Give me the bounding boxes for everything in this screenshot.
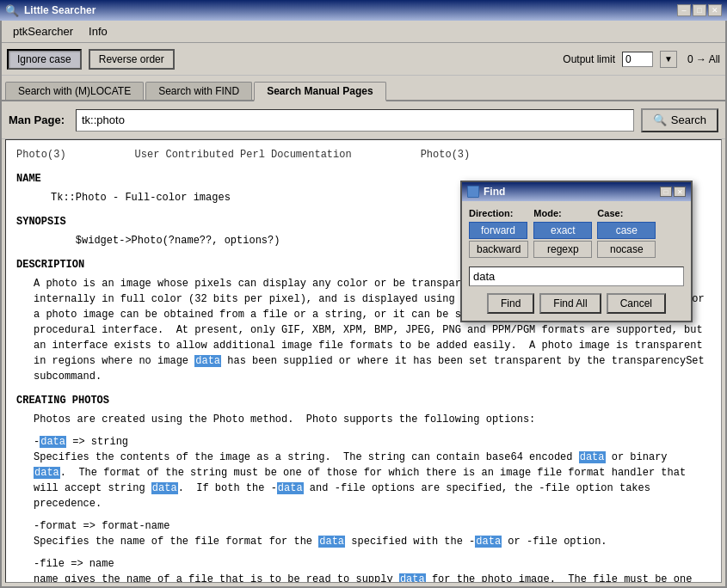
tabs-row: Search with (M)LOCATE Search with FIND S… xyxy=(2,76,725,101)
output-limit-spinner[interactable]: ▼ xyxy=(660,51,677,68)
tab-mlocate[interactable]: Search with (M)LOCATE xyxy=(5,82,144,100)
find-mode-group: Mode: exact regexp xyxy=(533,208,592,260)
find-mode-exact[interactable]: exact xyxy=(533,222,592,239)
find-maximize-btn[interactable]: □ xyxy=(660,187,672,197)
highlight-data-3: data xyxy=(40,436,66,448)
find-cancel-button[interactable]: Cancel xyxy=(607,293,666,314)
content-header: Photo(3) User Contributed Perl Documenta… xyxy=(16,147,711,162)
ignore-case-button[interactable]: Ignore case xyxy=(7,49,82,70)
menu-item-info[interactable]: Info xyxy=(81,22,115,40)
search-button[interactable]: 🔍 Search xyxy=(641,108,718,132)
creating-photos-intro: Photos are created using the Photo metho… xyxy=(34,412,705,427)
find-case-nocase[interactable]: nocase xyxy=(597,241,656,258)
highlight-data-8: data xyxy=(318,536,345,548)
tab-manual-pages[interactable]: Search Manual Pages xyxy=(254,82,385,101)
find-case-label: Case: xyxy=(597,208,623,218)
find-case-group: Case: case nocase xyxy=(597,208,656,260)
find-title-buttons: □ ✕ xyxy=(660,187,686,197)
title-bar-buttons: – □ ✕ xyxy=(677,4,722,16)
option-file: -file => name name gives the name of a f… xyxy=(16,556,711,583)
menu-bar: ptkSearcher Info xyxy=(2,21,725,43)
find-direction-group: Direction: forward backward xyxy=(469,208,528,260)
find-mode-label: Mode: xyxy=(533,208,561,218)
find-find-all-button[interactable]: Find All xyxy=(539,293,601,314)
find-direction-label: Direction: xyxy=(469,208,513,218)
find-dialog-title: Find xyxy=(484,186,660,198)
option-format-desc: Specifies the name of the file format fo… xyxy=(34,534,705,549)
find-buttons-row: Find Find All Cancel xyxy=(469,293,684,314)
manpage-input[interactable] xyxy=(76,109,634,132)
title-bar: 🔍 Little Searcher – □ ✕ xyxy=(0,0,727,21)
find-body: Direction: forward backward Mode: exact … xyxy=(462,201,691,321)
search-button-label: Search xyxy=(671,113,706,126)
minimize-button[interactable]: – xyxy=(677,4,691,16)
header-col1: Photo(3) xyxy=(16,147,66,162)
app-icon: 🔍 xyxy=(5,3,19,17)
toolbar: Ignore case Reverse order Output limit ▼… xyxy=(2,43,725,76)
tab-find[interactable]: Search with FIND xyxy=(145,82,252,100)
highlight-data-2: data xyxy=(194,355,221,367)
highlight-data-10: data xyxy=(399,573,426,583)
find-title-bar: Find □ ✕ xyxy=(462,182,691,201)
find-dialog-icon xyxy=(467,186,479,198)
section-creating-photos-title: CREATING PHOTOS xyxy=(16,393,711,408)
output-limit-label: Output limit xyxy=(563,53,615,65)
find-find-button[interactable]: Find xyxy=(487,293,534,314)
reverse-order-button[interactable]: Reverse order xyxy=(89,49,175,70)
highlight-data-9: data xyxy=(475,536,502,548)
highlight-data-6: data xyxy=(151,482,178,494)
app-title: Little Searcher xyxy=(24,4,677,16)
find-options-row: Direction: forward backward Mode: exact … xyxy=(469,208,684,260)
option-data: -data => string Specifies the contents o… xyxy=(16,434,711,511)
menu-item-ptksearcher[interactable]: ptkSearcher xyxy=(5,22,81,40)
header-col3: Photo(3) xyxy=(421,147,471,162)
option-file-desc: name gives the name of a file that is to… xyxy=(34,572,705,583)
find-case-case[interactable]: case xyxy=(597,222,656,239)
find-input[interactable] xyxy=(469,266,684,286)
option-format: -format => format-name Specifies the nam… xyxy=(16,518,711,549)
find-mode-regexp[interactable]: regexp xyxy=(533,241,592,258)
find-direction-forward[interactable]: forward xyxy=(469,222,527,239)
output-limit-display: 0 → All xyxy=(687,53,720,65)
output-limit-input[interactable] xyxy=(622,52,653,67)
highlight-data-4: data xyxy=(579,451,606,463)
manpage-row: Man Page: 🔍 Search xyxy=(2,101,725,139)
find-dialog: Find □ ✕ Direction: forward backward Mod… xyxy=(460,181,693,322)
header-col2: User Contributed Perl Documentation xyxy=(135,147,352,162)
manpage-label: Man Page: xyxy=(9,113,69,126)
section-creating-photos: CREATING PHOTOS Photos are created using… xyxy=(16,393,711,583)
find-close-btn[interactable]: ✕ xyxy=(674,187,686,197)
option-data-desc: Specifies the contents of the image as a… xyxy=(34,450,705,511)
close-button[interactable]: ✕ xyxy=(708,4,722,16)
search-icon: 🔍 xyxy=(653,113,667,126)
find-direction-backward[interactable]: backward xyxy=(469,241,528,258)
maximize-button[interactable]: □ xyxy=(693,4,706,16)
highlight-data-7: data xyxy=(277,482,304,494)
highlight-data-5: data xyxy=(34,467,60,479)
